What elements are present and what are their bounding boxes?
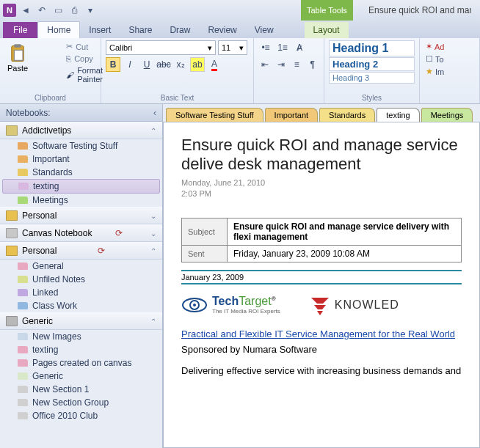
font-color-button[interactable]: A (207, 57, 222, 72)
notebook-header[interactable]: Generic⌃ (0, 312, 162, 330)
section-item[interactable]: Class Work (0, 299, 162, 312)
email-header-table: Subject Ensure quick ROI and manage serv… (181, 218, 462, 262)
align-button[interactable]: ≡ (290, 57, 304, 72)
section-icon (18, 346, 28, 353)
email-date-banner: January 23, 2009 (181, 270, 462, 284)
file-tab[interactable]: File (3, 22, 37, 38)
view-tab[interactable]: View (246, 22, 283, 38)
section-item[interactable]: Pages created on canvas (0, 356, 162, 370)
notebook-name: Addictivetips (22, 125, 71, 136)
important-button[interactable]: ★Im (424, 65, 475, 78)
section-item[interactable]: Meetings (0, 194, 162, 207)
outdent-button[interactable]: ⇤ (258, 57, 272, 72)
home-tab[interactable]: Home (37, 21, 80, 38)
section-item[interactable]: General (0, 260, 162, 273)
share-tab[interactable]: Share (120, 22, 161, 38)
notebook-header[interactable]: Addictivetips⌃ (0, 122, 162, 139)
bold-button[interactable]: B (106, 57, 120, 72)
add-button[interactable]: ✶Ad (424, 40, 475, 53)
copy-button[interactable]: ⎘Copy (65, 53, 104, 65)
section-tab[interactable]: Meetings (421, 108, 473, 122)
ribbon: Paste ✂Cut ⎘Copy 🖌Format Painter Clipboa… (0, 38, 480, 104)
underline-button[interactable]: U (139, 57, 154, 72)
layout-tab[interactable]: Layout (305, 22, 349, 38)
content-area: Software Testing StuffImportantStandards… (163, 104, 480, 448)
section-name: New Section Group (32, 397, 109, 408)
subscript-button[interactable]: x₂ (173, 57, 188, 72)
chevron-icon: ⌃ (150, 247, 156, 255)
print-icon[interactable]: ⎙ (68, 4, 81, 17)
svg-marker-6 (311, 298, 329, 304)
chevron-down-icon: ▾ (208, 43, 212, 53)
to-button[interactable]: ☐To (424, 53, 475, 65)
strikethrough-button[interactable]: abc (156, 57, 171, 72)
paragraph-mark-button[interactable]: ¶ (306, 57, 320, 72)
page-surface[interactable]: Ensure quick ROI and manage service deli… (163, 122, 480, 448)
article-link[interactable]: Practical and Flexible IT Service Manage… (181, 328, 462, 339)
section-name: Class Work (32, 301, 77, 311)
font-size-combo[interactable]: 11▾ (218, 40, 247, 55)
section-item[interactable]: Standards (0, 166, 162, 179)
svg-point-5 (193, 304, 196, 306)
notebook-header[interactable]: Personal⌄ (0, 207, 162, 224)
section-item[interactable]: Generic (0, 370, 162, 383)
section-item[interactable]: Office 2010 Club (0, 409, 162, 422)
page-date: Monday, June 21, 2010 (181, 177, 462, 188)
section-item[interactable]: Important (0, 153, 162, 166)
section-tab[interactable]: Software Testing Stuff (166, 108, 263, 122)
sent-label: Sent (182, 245, 228, 262)
heading1-style[interactable]: Heading 1 (329, 40, 415, 56)
chevron-icon: ⌄ (150, 229, 156, 238)
insert-tab[interactable]: Insert (80, 22, 120, 38)
notebook-name: Personal (22, 210, 57, 221)
ribbon-tabs: File Home Insert Share Draw Review View … (0, 21, 480, 38)
back-icon[interactable]: ◄ (19, 4, 32, 17)
section-item[interactable]: texting (0, 343, 162, 356)
notebooks-header[interactable]: Notebooks: ‹ (0, 104, 162, 122)
bullets-button[interactable]: •≡ (258, 40, 273, 55)
section-name: New Section 1 (32, 384, 89, 394)
body-text: Delivering effective service with increa… (181, 365, 462, 378)
section-item[interactable]: Linked (0, 286, 162, 299)
numbering-button[interactable]: 1≡ (275, 40, 290, 55)
heading3-style[interactable]: Heading 3 (329, 72, 415, 84)
section-item[interactable]: New Images (0, 330, 162, 343)
section-item[interactable]: texting (2, 179, 160, 194)
section-name: Office 2010 Club (32, 411, 98, 421)
section-item[interactable]: New Section 1 (0, 383, 162, 396)
page-title[interactable]: Ensure quick ROI and manage service deli… (181, 136, 462, 175)
undo-icon[interactable]: ↶ (35, 4, 48, 17)
section-tabs: Software Testing StuffImportantStandards… (163, 104, 480, 122)
dock-icon[interactable]: ▭ (51, 4, 65, 17)
highlight-button[interactable]: ab (190, 57, 205, 72)
section-item[interactable]: Software Testing Stuff (0, 139, 162, 153)
chevron-down-icon: ▾ (239, 43, 244, 53)
font-name-combo[interactable]: Calibri▾ (106, 40, 216, 55)
paste-button[interactable]: Paste (4, 40, 31, 85)
clear-format-button[interactable]: A̷ (292, 40, 307, 55)
qat-dropdown-icon[interactable]: ▾ (84, 4, 97, 17)
review-tab[interactable]: Review (199, 22, 245, 38)
cut-button[interactable]: ✂Cut (65, 40, 104, 53)
subject-label: Subject (182, 218, 228, 245)
copy-icon: ⎘ (66, 54, 71, 63)
section-item[interactable]: Unfiled Notes (0, 273, 162, 286)
draw-tab[interactable]: Draw (161, 22, 199, 38)
indent-button[interactable]: ⇥ (274, 57, 288, 72)
section-tab[interactable]: texting (377, 108, 419, 122)
section-icon (18, 262, 28, 270)
app-icon: N (3, 4, 16, 17)
section-item[interactable]: New Section Group (0, 396, 162, 409)
basic-text-group: Calibri▾ 11▾ B I U abc x₂ ab A Basic Tex… (101, 38, 254, 103)
section-name: Linked (32, 287, 58, 298)
section-icon (18, 412, 28, 419)
italic-button[interactable]: I (123, 57, 137, 72)
notebook-header[interactable]: Canvas Notebook⟳⌄ (0, 224, 162, 242)
section-icon (18, 197, 28, 204)
format-painter-button[interactable]: 🖌Format Painter (65, 65, 104, 85)
section-name: Meetings (32, 195, 68, 205)
section-tab[interactable]: Important (265, 108, 318, 122)
notebook-header[interactable]: Personal⟳⌃ (0, 242, 162, 260)
section-tab[interactable]: Standards (319, 108, 375, 122)
heading2-style[interactable]: Heading 2 (329, 57, 415, 71)
